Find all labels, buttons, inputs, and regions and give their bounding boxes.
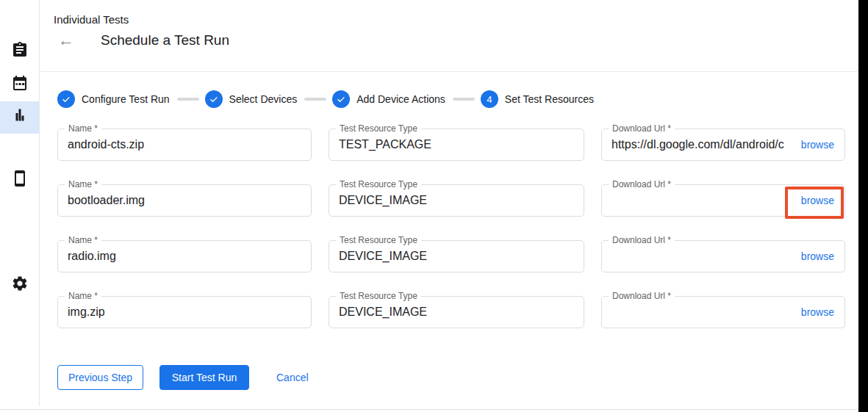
sidebar [0, 0, 40, 406]
step-number: 4 [481, 90, 498, 108]
name-field[interactable]: Name * android-cts.zip [57, 129, 312, 161]
sidebar-item-settings[interactable] [0, 269, 39, 301]
sidebar-item-devices[interactable] [0, 164, 39, 196]
bar-chart-icon [11, 107, 29, 128]
step-add-device-actions[interactable]: Add Device Actions [332, 90, 445, 108]
field-value: android-cts.zip [68, 129, 304, 160]
download-url-field[interactable]: Download Url * browse [601, 240, 845, 272]
download-url-field[interactable]: Download Url * https://dl.google.com/dl/… [601, 129, 845, 161]
browse-link[interactable]: browse [801, 185, 834, 216]
right-black-strip [858, 0, 868, 412]
step-connector [177, 98, 199, 101]
smartphone-icon [11, 170, 29, 190]
calendar-icon [11, 74, 29, 95]
page-title: Schedule a Test Run [101, 32, 229, 48]
field-value [611, 297, 787, 328]
download-url-field[interactable]: Download Url * browse [601, 296, 845, 328]
back-arrow-icon[interactable]: ← [58, 32, 74, 49]
field-value: img.zip [68, 297, 304, 328]
test-resources-form: Name * android-cts.zip Test Resource Typ… [57, 129, 845, 328]
form-actions: Previous Step Start Test Run Cancel [57, 365, 309, 390]
test-resource-type-field[interactable]: Test Resource Type TEST_PACKAGE [329, 129, 584, 161]
download-url-field[interactable]: Download Url * browse [601, 184, 845, 217]
step-set-test-resources[interactable]: 4 Set Test Resources [481, 90, 594, 108]
header-divider [40, 71, 858, 72]
cancel-button[interactable]: Cancel [276, 372, 309, 383]
previous-step-button[interactable]: Previous Step [57, 365, 143, 390]
field-value: TEST_PACKAGE [339, 129, 576, 160]
field-value: DEVICE_IMAGE [339, 185, 576, 216]
field-value [611, 241, 787, 272]
check-icon [332, 90, 350, 108]
step-connector [304, 98, 326, 101]
field-value: DEVICE_IMAGE [339, 241, 576, 272]
test-resource-type-field[interactable]: Test Resource Type DEVICE_IMAGE [329, 240, 584, 272]
bottom-border [0, 409, 858, 410]
step-connector [453, 98, 475, 101]
field-value: https://dl.google.com/dl/android/c [611, 129, 787, 160]
browse-link[interactable]: browse [801, 241, 834, 272]
breadcrumb: Individual Tests [54, 13, 129, 26]
test-resource-type-field[interactable]: Test Resource Type DEVICE_IMAGE [329, 296, 584, 328]
sidebar-item-test-plans[interactable] [0, 68, 39, 101]
browse-link[interactable]: browse [801, 129, 834, 160]
step-label: Add Device Actions [356, 93, 445, 105]
check-icon [205, 90, 223, 108]
field-value [611, 185, 787, 216]
name-field[interactable]: Name * img.zip [57, 296, 312, 328]
start-test-run-button[interactable]: Start Test Run [159, 365, 249, 390]
field-value: DEVICE_IMAGE [339, 297, 576, 328]
browse-link[interactable]: browse [801, 297, 834, 328]
sidebar-item-tests[interactable] [0, 35, 39, 68]
field-value: radio.img [68, 241, 304, 272]
name-field[interactable]: Name * radio.img [57, 240, 312, 272]
sidebar-item-test-runs[interactable] [0, 101, 39, 134]
step-select-devices[interactable]: Select Devices [205, 90, 298, 108]
step-label: Configure Test Run [82, 93, 170, 105]
check-icon [57, 90, 75, 108]
step-configure-test-run[interactable]: Configure Test Run [57, 90, 170, 108]
field-value: bootloader.img [68, 185, 304, 216]
gear-icon [11, 275, 29, 295]
test-resource-type-field[interactable]: Test Resource Type DEVICE_IMAGE [329, 184, 584, 217]
name-field[interactable]: Name * bootloader.img [57, 184, 312, 217]
step-label: Set Test Resources [505, 93, 594, 105]
step-label: Select Devices [229, 93, 298, 105]
clipboard-icon [11, 41, 29, 62]
stepper: Configure Test Run Select Devices Add De… [57, 90, 594, 108]
